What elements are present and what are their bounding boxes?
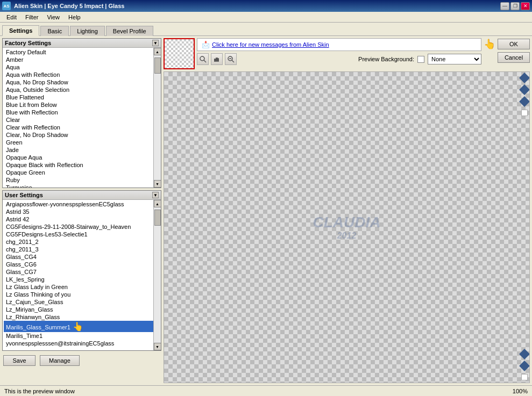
message-bar: 📩 Click here for new messages from Alien… [197, 38, 481, 51]
user-list-item[interactable]: LK_les_Spring [4, 276, 160, 283]
user-list-item[interactable]: Marilis_Time1 [4, 332, 160, 340]
scroll-down-arrow[interactable]: ▼ [154, 180, 161, 188]
tab-lighting[interactable]: Lighting [70, 26, 105, 36]
tab-bevel-profile[interactable]: Bevel Profile [106, 26, 153, 36]
user-list-item[interactable]: Argiapossflower-yvonnespsplessenEC5glass [4, 200, 160, 208]
ok-row: 👆 OK [484, 38, 530, 50]
user-scroll-up-arrow[interactable]: ▲ [154, 200, 161, 207]
svg-rect-4 [217, 57, 218, 62]
preview-thumbnail [164, 38, 195, 69]
factory-settings-section: Factory Settings ▼ Factory DefaultAmberA… [2, 38, 161, 188]
close-button[interactable]: ✕ [521, 2, 530, 10]
user-list-item[interactable]: CG5FDesigns-Les53-Selectie1 [4, 231, 160, 238]
preview-bg-row: Preview Background: None White Black [358, 54, 481, 64]
tab-settings[interactable]: Settings [2, 25, 39, 36]
factory-list-item[interactable]: Ruby [4, 176, 160, 184]
scroll-up-arrow[interactable]: ▲ [154, 48, 161, 55]
factory-list-item[interactable]: Green [4, 139, 160, 146]
factory-list-item[interactable]: Turquoise [4, 184, 160, 188]
preview-bg-select[interactable]: None White Black [428, 54, 481, 64]
factory-list-item[interactable]: Aqua, No Drop Shadow [4, 78, 160, 86]
factory-list-item[interactable]: Factory Default [4, 48, 160, 56]
user-settings-label: User Settings [5, 192, 43, 198]
message-icon: 📩 [202, 41, 210, 48]
selected-item-hand-icon: 👆 [73, 322, 83, 331]
slider-handle-2[interactable] [519, 84, 530, 95]
message-link[interactable]: Click here for new messages from Alien S… [212, 41, 329, 48]
menu-edit[interactable]: Edit [2, 13, 21, 21]
factory-settings-scroll-btn[interactable]: ▼ [152, 40, 159, 46]
status-bar: This is the preview window 100% [0, 385, 532, 396]
factory-list-item[interactable]: Aqua [4, 63, 160, 71]
factory-list-item[interactable]: Aqua with Reflection [4, 71, 160, 78]
slider-handle-5[interactable] [519, 349, 530, 359]
save-button[interactable]: Save [3, 355, 36, 366]
hand-tool-icon[interactable] [211, 53, 223, 65]
factory-settings-label: Factory Settings [5, 40, 51, 46]
user-list-item[interactable]: yvonnespsplesssen@itstrainingEC5glass [4, 340, 160, 347]
user-settings-scrollbar[interactable]: ▲ ▼ [153, 200, 161, 350]
scroll-thumb[interactable] [154, 57, 161, 74]
user-scroll-track[interactable] [154, 207, 161, 343]
user-list-item[interactable]: Lz Glass Thinking of you [4, 291, 160, 298]
user-list-item[interactable]: Lz_Rhianwyn_Glass [4, 313, 160, 321]
user-list-item[interactable]: Glass_CG4 [4, 253, 160, 261]
cancel-button[interactable]: Cancel [498, 52, 530, 63]
user-list-item[interactable]: Glass_CG7 [4, 268, 160, 276]
user-list-item[interactable]: Lz_Cajun_Sue_Glass [4, 298, 160, 306]
factory-settings-scrollbar[interactable]: ▲ ▼ [153, 48, 161, 188]
user-settings-list-body: Argiapossflower-yvonnespsplessenEC5glass… [3, 200, 161, 350]
factory-list-item[interactable]: Blue with Reflection [4, 109, 160, 116]
user-list-item[interactable]: chg_2011_3 [4, 246, 160, 253]
right-sliders [520, 72, 529, 383]
tab-basic[interactable]: Basic [40, 26, 69, 36]
user-list-item[interactable]: Astrid 35 [4, 208, 160, 215]
user-list-item[interactable]: Lz_Miriyan_Glass [4, 306, 160, 313]
manage-button[interactable]: Manage [40, 355, 80, 366]
status-right: 100% [513, 388, 528, 394]
menu-bar: Edit Filter View Help [0, 12, 532, 23]
user-scroll-thumb[interactable] [154, 210, 161, 226]
preview-bg-checkbox[interactable] [417, 56, 424, 63]
watermark-year: 2012 [313, 231, 381, 241]
factory-list-item[interactable]: Blue Flattened [4, 93, 160, 101]
slider-handle-6[interactable] [519, 361, 530, 371]
factory-settings-list: Factory DefaultAmberAquaAqua with Reflec… [3, 48, 161, 188]
factory-list-item[interactable]: Opaque Black with Reflection [4, 161, 160, 169]
restore-button[interactable]: ❐ [510, 2, 520, 10]
scroll-track[interactable] [154, 55, 161, 180]
user-list-item[interactable]: Glass_CG6 [4, 261, 160, 268]
factory-list-item[interactable]: Amber [4, 56, 160, 63]
factory-list-item[interactable]: Blue Lit from Below [4, 101, 160, 109]
user-list-item[interactable]: Astrid 42 [4, 215, 160, 223]
slider-handle-3[interactable] [519, 96, 530, 107]
cancel-row: Cancel [498, 52, 530, 63]
factory-list-item[interactable]: Clear, No Drop Shadow [4, 131, 160, 139]
bottom-buttons: Save Manage [2, 353, 161, 368]
menu-view[interactable]: View [42, 13, 64, 21]
factory-list-item[interactable]: Opaque Aqua [4, 154, 160, 161]
zoom-in-icon[interactable] [197, 53, 209, 65]
svg-point-0 [200, 56, 204, 61]
factory-list-item[interactable]: Clear with Reflection [4, 124, 160, 131]
slider-handle-7[interactable] [521, 374, 528, 380]
user-scroll-down-arrow[interactable]: ▼ [154, 343, 161, 350]
user-list-item[interactable]: chg_2011_2 [4, 238, 160, 246]
factory-list-item[interactable]: Opaque Green [4, 169, 160, 176]
factory-list-item[interactable]: Aqua, Outside Selection [4, 86, 160, 93]
user-list-item[interactable]: Lz Glass Lady in Green [4, 283, 160, 291]
user-list-item[interactable]: CG5Fdesigns-29-11-2008-Stairway_to_Heave… [4, 223, 160, 231]
factory-list-item[interactable]: Clear [4, 116, 160, 124]
slider-handle-4[interactable] [521, 110, 528, 116]
user-list-item[interactable]: Marilis_Glass_Summer1👆 [4, 321, 160, 332]
minimize-button[interactable]: — [500, 2, 509, 10]
user-settings-header: User Settings ▼ [3, 191, 161, 200]
window-controls: — ❐ ✕ [500, 2, 530, 10]
slider-handle-1[interactable] [519, 73, 530, 83]
menu-filter[interactable]: Filter [21, 13, 42, 21]
user-settings-scroll-btn[interactable]: ▼ [152, 192, 159, 198]
ok-button[interactable]: OK [498, 39, 530, 49]
factory-list-item[interactable]: Jade [4, 146, 160, 154]
menu-help[interactable]: Help [64, 13, 85, 21]
zoom-out-icon[interactable] [225, 53, 237, 65]
